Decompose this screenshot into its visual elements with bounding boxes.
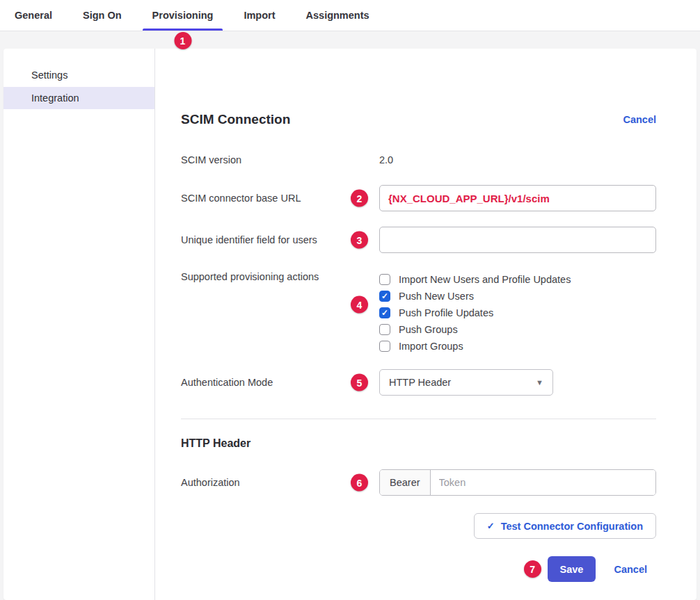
step-badge-4: 4 [351,296,368,314]
auth-mode-selected-value: HTTP Header [389,377,451,388]
checkbox-icon[interactable] [379,324,390,335]
test-connector-label: Test Connector Configuration [501,521,643,532]
authorization-input-group: Bearer [379,469,656,496]
auth-mode-label: Authentication Mode [181,377,379,388]
base-url-row: SCIM connector base URL 2 [181,185,656,211]
auth-mode-row: Authentication Mode 5 HTTP Header ▼ [181,369,656,396]
action-push-profile-updates[interactable]: Push Profile Updates [379,305,571,321]
section-divider [181,419,656,419]
sidebar-item-integration[interactable]: Integration [3,87,154,109]
tab-import-label: Import [244,10,275,21]
http-header-section-title: HTTP Header [181,437,656,453]
cancel-button[interactable]: Cancel [614,564,647,575]
checkbox-icon[interactable] [379,274,390,285]
save-row: 7 Save Cancel [181,556,656,582]
base-url-label: SCIM connector base URL [181,193,379,204]
tab-general[interactable]: General [12,0,55,31]
authorization-row: Authorization 6 Bearer [181,469,656,496]
panel-heading-row: SCIM Connection Cancel [181,111,656,128]
scim-version-row: SCIM version 2.0 [181,153,656,167]
scim-version-value: 2.0 [379,154,393,165]
sidebar-item-integration-label: Integration [31,92,79,104]
provisioning-card: Settings Integration SCIM Connection Can… [3,49,697,600]
tab-assignments-label: Assignments [306,10,369,21]
unique-id-input[interactable] [379,227,656,253]
scim-version-label: SCIM version [181,154,379,165]
chevron-down-icon: ▼ [536,378,543,387]
action-label: Push Groups [399,324,458,335]
sidebar-header-settings: Settings [3,68,154,82]
scim-connection-panel: SCIM Connection Cancel SCIM version 2.0 … [155,49,697,600]
action-label: Push New Users [399,291,474,302]
check-icon: ✓ [487,521,495,531]
tab-provisioning-label: Provisioning [152,10,214,21]
action-push-new-users[interactable]: Push New Users [379,288,571,305]
authorization-label: Authorization [181,477,379,488]
action-label: Import New Users and Profile Updates [399,274,571,285]
provisioning-actions-label: Supported provisioning actions [181,271,379,282]
tab-provisioning[interactable]: Provisioning 1 [150,0,216,31]
provisioning-actions-row: Supported provisioning actions 4 Import … [181,271,656,355]
action-label: Import Groups [399,341,463,352]
provisioning-actions-list: Import New Users and Profile Updates Pus… [379,271,571,355]
tab-sign-on[interactable]: Sign On [80,0,125,31]
checkbox-icon[interactable] [379,291,390,302]
action-label: Push Profile Updates [399,307,493,318]
step-badge-3: 3 [351,232,368,249]
action-import-groups[interactable]: Import Groups [379,338,571,355]
step-badge-6: 6 [351,474,368,492]
top-cancel-link[interactable]: Cancel [623,114,656,125]
step-badge-5: 5 [351,374,368,391]
checkbox-icon[interactable] [379,307,390,318]
save-button[interactable]: Save [548,556,596,582]
tab-general-label: General [15,10,52,21]
token-input[interactable] [431,470,655,495]
test-connector-row: ✓ Test Connector Configuration [181,513,656,539]
settings-sidebar: Settings Integration [3,49,155,600]
test-connector-button[interactable]: ✓ Test Connector Configuration [474,513,656,539]
tab-import[interactable]: Import [241,0,278,31]
step-badge-2: 2 [351,190,368,207]
unique-id-row: Unique identifier field for users 3 [181,227,656,253]
unique-id-label: Unique identifier field for users [181,234,379,245]
tab-sign-on-label: Sign On [83,10,122,21]
app-tab-bar: General Sign On Provisioning 1 Import As… [0,0,700,31]
action-import-new-users[interactable]: Import New Users and Profile Updates [379,271,571,288]
base-url-input[interactable] [379,185,656,211]
auth-mode-select[interactable]: HTTP Header ▼ [379,369,553,396]
page-title: SCIM Connection [181,112,290,127]
tab-assignments[interactable]: Assignments [303,0,372,31]
checkbox-icon[interactable] [379,341,390,352]
step-badge-1: 1 [174,32,191,49]
bearer-prefix: Bearer [380,470,431,495]
step-badge-7: 7 [524,560,541,578]
action-push-groups[interactable]: Push Groups [379,321,571,338]
